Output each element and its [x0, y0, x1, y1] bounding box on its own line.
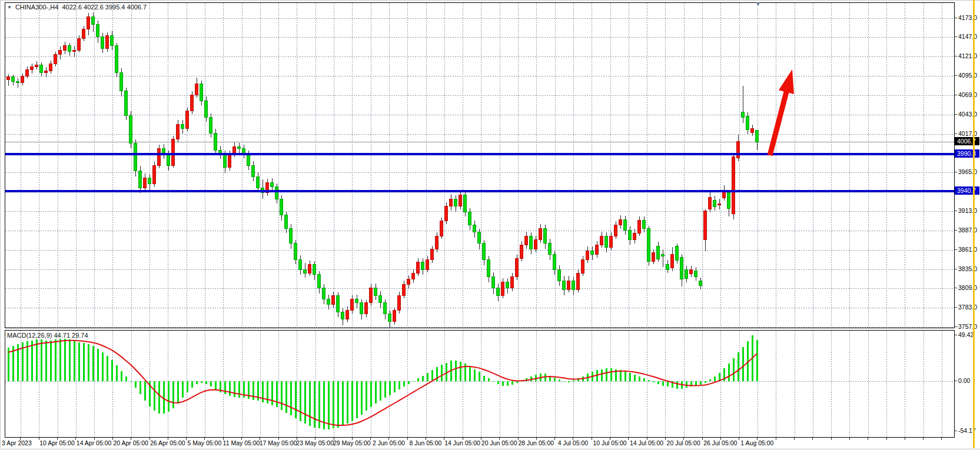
time-axis-tick — [794, 438, 795, 440]
right-edge-yellow-line — [973, 0, 975, 448]
price-axis-tick — [955, 172, 957, 172]
macd-axis-tick — [955, 335, 957, 335]
price-axis-tick — [955, 75, 957, 76]
trend-arrow[interactable] — [770, 69, 794, 155]
macd-indicator-name: MACD(12,26,9) — [7, 332, 52, 339]
time-axis-tick — [868, 438, 868, 440]
time-axis-tick — [665, 438, 666, 440]
price-axis-tick — [955, 249, 957, 250]
window-left-edge — [0, 0, 1, 450]
time-axis[interactable]: 3 Apr 202310 Apr 05:0014 Apr 05:0020 Apr… — [0, 438, 980, 448]
time-axis-tick — [849, 438, 850, 440]
time-axis-tick — [886, 438, 887, 440]
time-axis-tick — [923, 438, 923, 440]
time-axis-label: 26 Jul 05:00 — [703, 439, 737, 446]
time-axis-label: 14 Apr 05:00 — [77, 439, 112, 446]
macd-axis-tick — [955, 431, 957, 431]
price-axis-tick — [955, 114, 957, 115]
price-axis-tick — [955, 269, 957, 269]
chart-window: ▼CHINA300-,H4 4022.6 4022.6 3995.4 4006.… — [0, 0, 980, 450]
candles — [7, 12, 759, 328]
time-axis-label: 29 May 05:00 — [333, 439, 371, 446]
price-axis-tick — [955, 134, 957, 134]
macd-histogram — [8, 335, 758, 429]
ohlc-values: 4022.6 4022.6 3995.4 4006.7 — [62, 4, 147, 11]
macd-axis-tick — [955, 381, 957, 381]
macd-indicator-pane[interactable] — [5, 330, 955, 438]
time-axis-label: 14 Jun 05:00 — [444, 439, 480, 446]
level-price-marker: 3990.3 — [955, 149, 979, 158]
time-axis-label: 20 Apr 05:00 — [113, 439, 148, 446]
time-axis-label: 10 Jul 05:00 — [593, 439, 626, 446]
time-axis-tick — [905, 438, 905, 440]
time-axis-label: 26 Apr 05:00 — [150, 439, 185, 446]
price-chart-canvas[interactable] — [5, 3, 954, 328]
time-axis-tick — [186, 438, 187, 440]
chart-shift-marker-icon[interactable]: ▼ — [755, 1, 761, 7]
macd-grid — [5, 331, 954, 437]
macd-signal-value: 29.74 — [72, 332, 88, 339]
price-axis[interactable]: 4173.04147.04121.04095.04069.04043.04017… — [955, 0, 980, 450]
time-axis-tick — [407, 438, 408, 440]
time-axis-tick — [776, 438, 776, 440]
level-price-marker: 3940.7 — [955, 186, 979, 195]
macd-signal-line — [8, 341, 757, 425]
price-axis-tick — [955, 211, 957, 211]
symbol-timeframe-label: CHINA300-,H4 — [15, 4, 58, 11]
price-chart-pane[interactable] — [5, 2, 955, 328]
time-axis-label: 2 Jun 05:00 — [373, 439, 405, 446]
time-axis-tick — [554, 438, 555, 440]
price-axis-tick — [955, 230, 957, 231]
time-axis-tick — [592, 438, 592, 440]
time-axis-label: 5 May 05:00 — [187, 439, 221, 446]
price-axis-tick — [955, 18, 957, 18]
time-axis-label: 20 Jun 05:00 — [481, 439, 517, 446]
time-axis-label: 23 May 05:00 — [296, 439, 334, 446]
macd-main-value: 44.71 — [54, 332, 70, 339]
window-top-edge — [0, 0, 980, 1]
time-axis-label: 28 Jun 05:00 — [518, 439, 554, 446]
price-axis-tick — [955, 36, 957, 37]
macd-axis-label: 0.00 — [958, 377, 970, 384]
time-axis-tick — [739, 438, 739, 440]
time-axis-label: 8 Jun 05:00 — [410, 439, 442, 446]
price-axis-tick — [955, 307, 957, 308]
time-axis-label: 1 Aug 05:00 — [740, 439, 773, 446]
price-axis-tick — [955, 95, 957, 95]
macd-label-overlay: MACD(12,26,9) 44.71 29.74 — [7, 332, 88, 339]
time-axis-tick — [628, 438, 629, 440]
time-axis-tick — [831, 438, 832, 440]
time-axis-label: 17 May 05:00 — [260, 439, 297, 446]
current-price-marker: 4006.7 — [955, 137, 979, 145]
time-axis-tick — [702, 438, 703, 440]
price-axis-tick — [955, 326, 957, 327]
price-grid — [5, 3, 954, 328]
time-axis-label: 10 Apr 05:00 — [39, 439, 75, 446]
time-axis-label: 11 May 05:00 — [223, 439, 260, 446]
time-axis-label: 14 Jul 05:00 — [630, 439, 663, 446]
time-axis-tick — [812, 438, 813, 440]
time-axis-label: 4 Jul 05:00 — [558, 439, 588, 446]
symbol-dropdown-icon[interactable]: ▼ — [7, 5, 12, 10]
time-axis-label: 3 Apr 2023 — [2, 439, 32, 446]
macd-canvas[interactable] — [5, 331, 954, 437]
price-axis-tick — [955, 56, 957, 56]
time-axis-tick — [941, 438, 942, 440]
time-axis-label: 20 Jul 05:00 — [667, 439, 700, 446]
macd-axis-label: 49.42 — [958, 331, 974, 338]
chart-title-overlay: ▼CHINA300-,H4 4022.6 4022.6 3995.4 4006.… — [7, 4, 147, 11]
price-axis-tick — [955, 288, 957, 288]
